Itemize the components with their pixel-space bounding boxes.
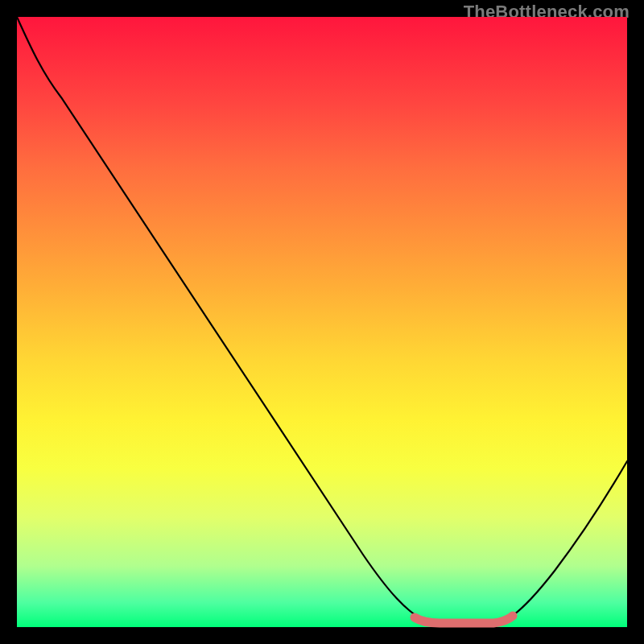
chart-frame: TheBottleneck.com: [0, 0, 644, 644]
gradient-plot-area: [17, 17, 627, 627]
curve-path: [17, 17, 627, 622]
bottleneck-curve: [17, 17, 627, 627]
plateau-marker: [415, 616, 513, 623]
